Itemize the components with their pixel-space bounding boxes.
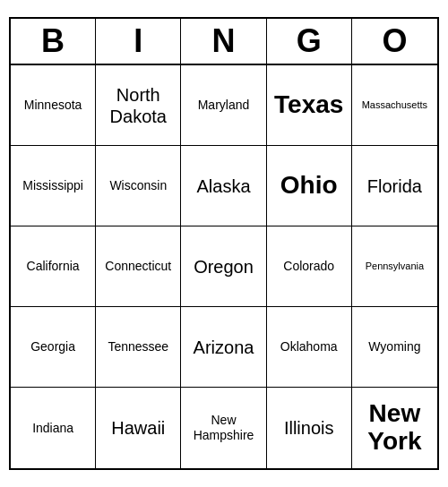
bingo-cell: Colorado — [267, 226, 352, 307]
bingo-cell: Tennessee — [96, 307, 181, 388]
cell-text: Connecticut — [105, 259, 171, 274]
bingo-cell: Mississippi — [11, 146, 96, 226]
cell-text: Minnesota — [24, 98, 82, 113]
bingo-cell: Florida — [352, 146, 437, 226]
cell-text: Alaska — [196, 175, 250, 197]
cell-text: Pennsylvania — [366, 261, 424, 272]
bingo-cell: Arizona — [181, 307, 266, 388]
bingo-cell: Alaska — [181, 146, 266, 226]
bingo-cell: Massachusetts — [352, 65, 437, 146]
cell-text: Maryland — [198, 98, 250, 113]
bingo-cell: Pennsylvania — [352, 226, 437, 307]
bingo-cell: Texas — [267, 65, 352, 146]
bingo-card: BINGO MinnesotaNorth DakotaMarylandTexas… — [9, 17, 439, 470]
header-letter: N — [181, 19, 266, 64]
cell-text: Ohio — [280, 172, 338, 200]
bingo-cell: Wisconsin — [96, 146, 181, 226]
bingo-cell: Oklahoma — [267, 307, 352, 388]
cell-text: Georgia — [30, 339, 75, 355]
cell-text: Arizona — [194, 337, 254, 358]
bingo-cell: Minnesota — [11, 65, 96, 146]
bingo-cell: Hawaii — [96, 388, 181, 468]
cell-text: Florida — [367, 175, 422, 197]
bingo-header: BINGO — [11, 19, 437, 65]
cell-text: Oregon — [194, 256, 254, 278]
bingo-cell: Maryland — [181, 65, 266, 146]
bingo-cell: New Hampshire — [181, 388, 266, 468]
cell-text: Mississippi — [22, 178, 83, 193]
bingo-cell: New York — [352, 388, 437, 468]
cell-text: California — [27, 259, 80, 274]
cell-text: Indiana — [32, 421, 73, 436]
cell-text: New York — [356, 400, 434, 456]
bingo-cell: Georgia — [11, 307, 96, 388]
header-letter: I — [96, 19, 181, 64]
cell-text: New Hampshire — [185, 413, 262, 443]
bingo-grid: MinnesotaNorth DakotaMarylandTexasMassac… — [11, 65, 437, 468]
cell-text: Wyoming — [368, 339, 420, 355]
cell-text: Wisconsin — [109, 178, 167, 193]
cell-text: Hawaii — [111, 417, 165, 439]
bingo-cell: Oregon — [181, 226, 266, 307]
bingo-cell: Indiana — [11, 388, 96, 468]
cell-text: Tennessee — [108, 339, 168, 355]
cell-text: North Dakota — [99, 84, 177, 127]
cell-text: Colorado — [283, 259, 334, 274]
bingo-cell: Ohio — [267, 146, 352, 226]
cell-text: Massachusetts — [362, 99, 427, 111]
header-letter: B — [11, 19, 96, 64]
cell-text: Texas — [274, 91, 343, 119]
bingo-cell: Connecticut — [96, 226, 181, 307]
bingo-cell: North Dakota — [96, 65, 181, 146]
bingo-cell: Illinois — [267, 388, 352, 468]
header-letter: O — [352, 19, 437, 64]
header-letter: G — [267, 19, 352, 64]
bingo-cell: Wyoming — [352, 307, 437, 388]
cell-text: Illinois — [284, 417, 334, 439]
cell-text: Oklahoma — [280, 339, 338, 355]
bingo-cell: California — [11, 226, 96, 307]
